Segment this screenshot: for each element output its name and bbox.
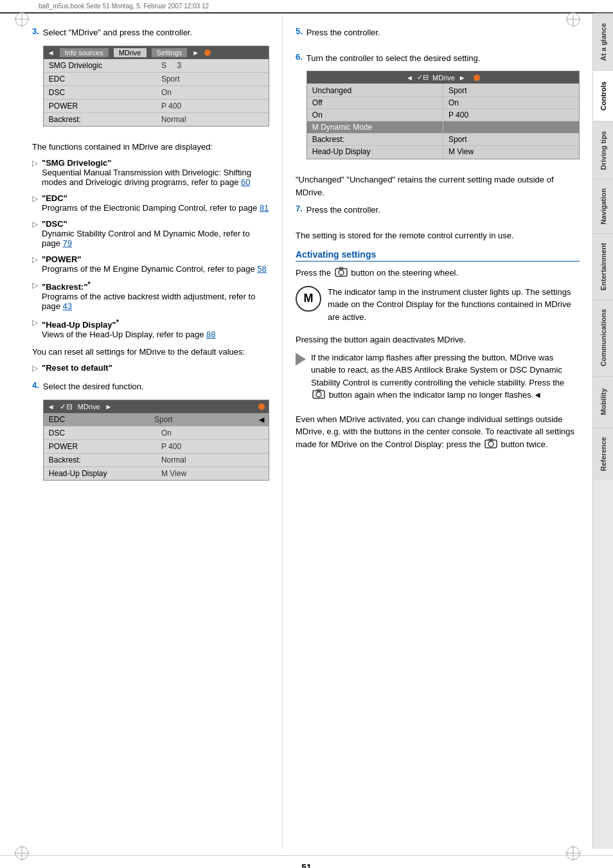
sidebar-tab-mobility[interactable]: Mobility (593, 376, 613, 427)
step-5-text: Press the controller. (306, 26, 580, 39)
step-7-number: 7. (296, 204, 303, 222)
sidebar-tab-navigation[interactable]: Navigation (593, 179, 613, 233)
even-when-text: Even when MDrive activated, you can chan… (296, 413, 580, 452)
nav-left-2: ◄ (48, 403, 55, 411)
display-2-header: ◄ ✓⊟ MDrive ► (44, 400, 269, 413)
page-ref-hud[interactable]: 88 (206, 330, 215, 339)
step-6-number: 6. (296, 52, 303, 166)
page-number: 51 (301, 862, 312, 868)
list-item-backrest: ▷ "Backrest:"* Programs of the active ba… (32, 280, 269, 311)
mdrive-item-on: On (307, 109, 443, 121)
setting-stored-text: The setting is stored for the remote con… (296, 229, 580, 242)
bullet-desc-hud: Views of the Head-Up Display, refer to p… (42, 330, 206, 339)
quote-unchanged: "Unchanged" (296, 175, 344, 184)
page-ref-dsc[interactable]: 79 (63, 238, 72, 248)
bullet-desc-power: Programs of the M Engine Dynamic Control… (42, 264, 257, 274)
mdrive-left-col: Unchanged Off On M Dynamic Mode Backrest… (307, 84, 443, 159)
display2-row-hud: Head-Up Display M View (44, 467, 269, 480)
sidebar-tab-at-a-glance[interactable]: At a glance (593, 13, 613, 70)
display1-row-dsc: DSC On (44, 86, 269, 100)
functions-intro: The functions contained in MDrive are di… (32, 141, 269, 154)
display2-row-backrest: Backrest: Normal (44, 454, 269, 467)
sidebar-tab-communications[interactable]: Communications (593, 299, 613, 375)
mdrive-title: MDrive (432, 74, 455, 82)
mdrive-right-sport: Sport (443, 85, 579, 97)
display1-row-smg: SMG Drivelogic S 3 (44, 59, 269, 73)
bullet-title-power: "POWER" (42, 254, 81, 264)
note-box: If the indicator lamp flashes after pres… (296, 351, 580, 408)
bullet-title-backrest: "Backrest:"* (42, 282, 91, 292)
step-3-text: Select "MDrive" and press the controller… (43, 26, 269, 39)
activating-para1: Press the button on the steering wheel. (296, 267, 580, 281)
arrow-icon-backrest: ▷ (32, 281, 38, 290)
mdrive-nav-right: ► (459, 74, 466, 82)
svg-point-19 (488, 441, 493, 447)
display2-row-power: POWER P 400 (44, 440, 269, 454)
mdrive-item-unchanged: Unchanged (307, 85, 443, 97)
bullet-desc-edc: Programs of the Electronic Damping Contr… (42, 203, 260, 213)
list-item-dsc: ▷ "DSC" Dynamic Stability Control and M … (32, 219, 269, 248)
nav-left-icon: ◄ (48, 49, 55, 57)
display-1: ◄ Info sources MDrive Settings ► SMG Dri… (43, 46, 269, 127)
mdrive-right-col: Sport On P 400 Sport M View (443, 84, 579, 159)
page-ref-power[interactable]: 58 (257, 264, 266, 274)
reset-bullet-item: ▷ "Reset to default" (32, 363, 269, 373)
arrow-icon-dsc: ▷ (32, 220, 38, 229)
bullet-title-hud: "Head-Up Display"* (42, 320, 119, 330)
display-2-title: MDrive (78, 403, 100, 411)
page-ref-smg[interactable]: 60 (241, 177, 250, 187)
bullet-list: ▷ "SMG Drivelogic" Sequential Manual Tra… (32, 158, 269, 339)
tab-mdrive[interactable]: MDrive (114, 48, 147, 57)
step-5: 5. Press the controller. (296, 26, 580, 44)
step-5-number: 5. (296, 26, 303, 44)
right-sidebar: At a glance Controls Driving tips Naviga… (592, 13, 613, 849)
arrow-icon-hud: ▷ (32, 318, 38, 327)
svg-point-13 (339, 270, 344, 275)
m-indicator-block: M The indicator lamp in the instrument c… (296, 286, 580, 329)
asterisk-hud: * (116, 317, 119, 325)
list-item-power: ▷ "POWER" Programs of the M Engine Dynam… (32, 254, 269, 274)
camera-icon-3 (484, 438, 497, 452)
sidebar-tab-entertainment[interactable]: Entertainment (593, 233, 613, 299)
indicator-text: The indicator lamp in the instrument clu… (328, 286, 580, 324)
activating-settings-title: Activating settings (296, 249, 580, 261)
unchanged-note: "Unchanged" "Unchanged" retains the curr… (296, 173, 580, 199)
tab-settings[interactable]: Settings (152, 48, 188, 57)
orange-dot-mdrive (474, 75, 480, 81)
mdrive-nav-left: ◄ (406, 74, 413, 82)
bullet-desc-smg: Sequential Manual Transmission with Driv… (42, 168, 251, 187)
bullet-desc-backrest: Programs of the active backrest width ad… (42, 292, 255, 311)
list-item-hud: ▷ "Head-Up Display"* Views of the Head-U… (32, 317, 269, 339)
display-1-header: ◄ Info sources MDrive Settings ► (44, 46, 269, 59)
mdrive-right-mview: M View (443, 146, 579, 157)
reset-bullet-label: "Reset to default" (42, 363, 112, 373)
asterisk-backrest: * (88, 280, 91, 288)
mdrive-right-on: On (443, 97, 579, 109)
reset-text: You can reset all settings for MDrive to… (32, 346, 269, 359)
mdrive-checkmark: ✓⊟ (417, 73, 429, 82)
step-4-text: Select the desired function. (43, 380, 269, 393)
checkmark-icon: ✓⊟ (60, 402, 73, 411)
step-7: 7. Press the controller. (296, 204, 580, 222)
mdrive-item-hud: Head-Up Display (307, 146, 443, 157)
arrow-indicator: ◄ (254, 413, 269, 426)
note-triangle-icon (296, 353, 306, 366)
sidebar-tab-controls[interactable]: Controls (593, 70, 613, 121)
step-3-number: 3. (32, 26, 39, 133)
page-ref-backrest[interactable]: 43 (63, 301, 72, 311)
arrow-icon-edc: ▷ (32, 194, 38, 203)
camera-icon-2 (312, 389, 325, 403)
orange-dot (204, 49, 211, 56)
bullet-desc-dsc: Dynamic Stability Control and M Dynamic … (42, 229, 250, 248)
mdrive-item-backrest: Backrest: (307, 134, 443, 146)
tab-info-sources[interactable]: Info sources (60, 48, 109, 57)
page-footer: 51 Online Edition for Part no. 01 41 0 0… (0, 855, 613, 868)
orange-dot-2 (258, 403, 265, 410)
page-ref-edc[interactable]: 81 (260, 203, 269, 213)
camera-icon (335, 267, 348, 281)
step-6-text: Turn the controller to select the desire… (306, 52, 580, 65)
sidebar-tab-driving-tips[interactable]: Driving tips (593, 121, 613, 179)
list-item-edc: ▷ "EDC" Programs of the Electronic Dampi… (32, 193, 269, 213)
sidebar-tab-reference[interactable]: Reference (593, 427, 613, 480)
display2-row-dsc: DSC On (44, 427, 269, 440)
